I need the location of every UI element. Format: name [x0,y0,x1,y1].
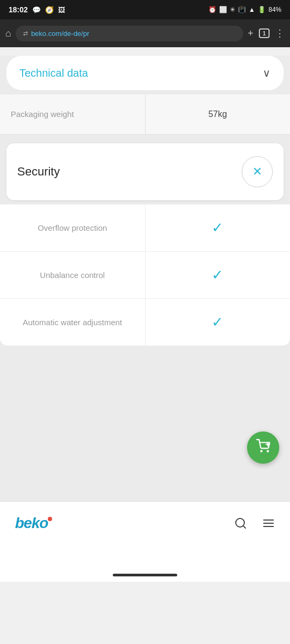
unbalance-control-label: Unbalance control [0,252,146,298]
close-icon: ✕ [252,165,262,179]
overflow-protection-label: Overflow protection [0,204,146,251]
unbalance-control-check: ✓ [146,252,291,298]
water-adjustment-check: ✓ [146,299,291,346]
home-button[interactable]: ⌂ [5,28,11,39]
security-title: Security [17,165,60,179]
search-icon[interactable] [234,517,247,533]
feature-row-overflow: Overflow protection ✓ [0,204,290,252]
security-card: Security ✕ [6,143,284,200]
vibrate-icon: 📳 [238,6,246,13]
packaging-weight-value: 57kg [146,94,291,134]
feature-row-unbalance: Unbalance control ✓ [0,252,290,299]
secure-icon: ⇄ [23,30,28,37]
chevron-down-icon[interactable]: ∨ [263,67,271,79]
more-options-button[interactable]: ⋮ [275,27,285,39]
nav-icon: 🧭 [45,6,54,14]
msg-icon: 💬 [32,6,41,14]
svg-line-5 [243,526,245,528]
image-icon: 🖼 [58,6,65,14]
beko-dot [48,517,52,521]
technical-data-title: Technical data [19,67,88,79]
svg-point-1 [267,451,269,452]
bluetooth-icon: ✳ [230,6,235,13]
security-close-button[interactable]: ✕ [242,156,273,187]
url-bar[interactable]: ⇄ beko.com/de-de/pr [16,26,243,41]
status-time: 18:02 [9,5,28,14]
beko-brand-text: beko [15,515,48,532]
cart-icon [256,439,270,456]
feature-row-water: Automatic water adjustment ✓ [0,299,290,346]
packaging-weight-label: Packaging weight [0,94,146,134]
features-section: Overflow protection ✓ Unbalance control … [0,204,290,346]
menu-icon[interactable] [262,517,275,533]
svg-point-0 [261,451,262,452]
alarm-icon: ⏰ [208,6,216,13]
packaging-row: Packaging weight 57kg [0,94,290,135]
cast-icon: ⬜ [219,6,227,13]
beko-logo: beko [15,515,52,532]
home-indicator [113,574,177,576]
browser-bar: ⌂ ⇄ beko.com/de-de/pr + 1 ⋮ [0,19,290,47]
url-text: beko.com/de-de/pr [31,30,89,38]
status-bar: 18:02 💬 🧭 🖼 ⏰ ⬜ ✳ 📳 ▲ 🔋 84% [0,0,290,19]
new-tab-button[interactable]: + [248,28,253,39]
cart-button[interactable] [247,431,279,464]
overflow-protection-check: ✓ [146,204,291,251]
technical-data-header[interactable]: Technical data ∨ [6,56,284,90]
water-adjustment-label: Automatic water adjustment [0,299,146,346]
battery-percent: 84% [269,6,281,13]
tab-count[interactable]: 1 [259,28,270,38]
battery-icon: 🔋 [258,6,266,13]
bottom-bar: beko [0,501,290,582]
signal-icon: ▲ [249,6,255,13]
